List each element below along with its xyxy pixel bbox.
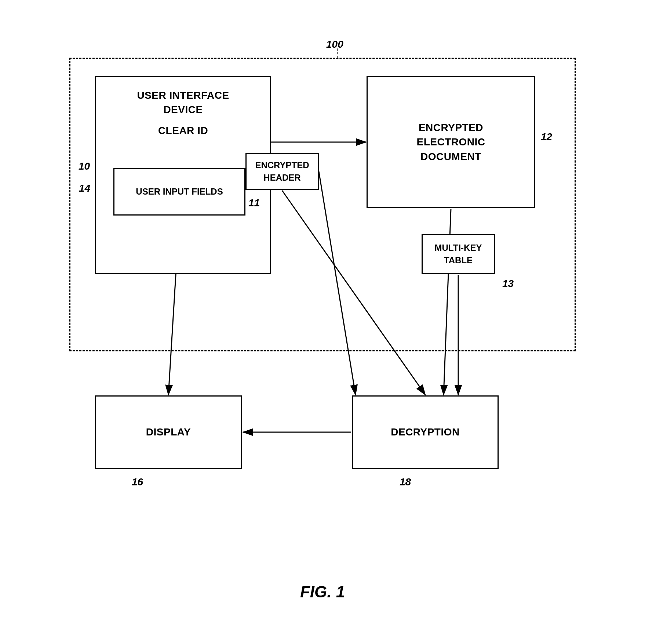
label-11: 11 [248, 197, 260, 209]
label-12: 12 [541, 131, 552, 143]
mkt-label-line2: TABLE [435, 254, 482, 267]
label-10: 10 [79, 160, 90, 172]
label-14: 14 [79, 182, 90, 194]
uid-label-line3: CLEAR ID [100, 123, 266, 138]
eed-label-line3: DOCUMENT [417, 149, 485, 164]
uif-label: USER INPUT FIELDS [136, 185, 223, 198]
label-18: 18 [400, 476, 411, 488]
eh-box: ENCRYPTED HEADER [245, 153, 319, 190]
eed-box: ENCRYPTED ELECTRONIC DOCUMENT [367, 76, 535, 208]
uid-label-line1: USER INTERFACE [100, 88, 266, 102]
diagram: 100 USER INTERFACE DEVICE CLEAR ID 10 US… [47, 28, 598, 616]
display-box: DISPLAY [95, 395, 242, 469]
mkt-label-line1: MULTI-KEY [435, 242, 482, 254]
label-16: 16 [132, 476, 143, 488]
decryption-label: DECRYPTION [391, 425, 460, 439]
uif-box: USER INPUT FIELDS [113, 168, 245, 216]
decryption-box: DECRYPTION [352, 395, 499, 469]
figure-caption: FIG. 1 [47, 583, 598, 601]
eed-label-line1: ENCRYPTED [417, 120, 485, 135]
eed-label-line2: ELECTRONIC [417, 135, 485, 149]
eh-label-line2: HEADER [255, 171, 309, 184]
eh-label-line1: ENCRYPTED [255, 159, 309, 171]
mkt-box: MULTI-KEY TABLE [422, 234, 495, 274]
uid-label-line2: DEVICE [100, 102, 266, 117]
label-13: 13 [502, 278, 514, 290]
display-label: DISPLAY [146, 425, 191, 439]
label-100: 100 [326, 39, 343, 50]
